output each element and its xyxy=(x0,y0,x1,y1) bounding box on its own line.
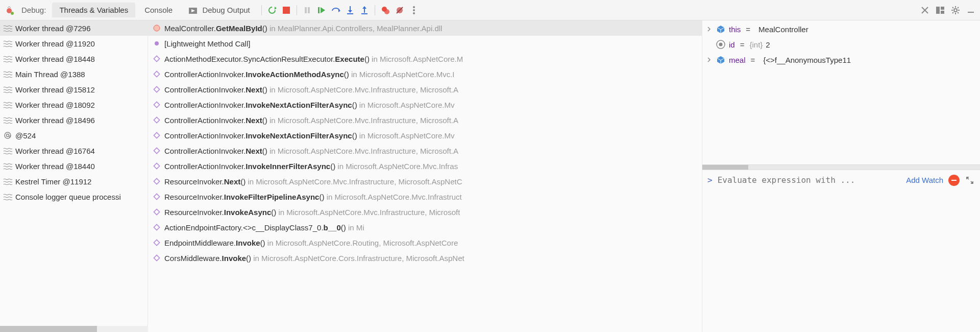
scrollbar-thumb[interactable] xyxy=(702,165,748,170)
thread-row[interactable]: Worker thread @15812 xyxy=(0,82,148,97)
thread-label: Worker thread @16764 xyxy=(15,147,95,155)
thread-label: Worker thread @18440 xyxy=(15,162,95,171)
stack-frame-row[interactable]: ControllerActionInvoker.InvokeNextAction… xyxy=(148,97,702,112)
thread-icon xyxy=(3,146,12,155)
frame-text: ResourceInvoker.InvokeFilterPipelineAsyn… xyxy=(164,193,462,201)
frame-icon xyxy=(153,70,160,78)
vars-scrollbar[interactable] xyxy=(702,164,980,170)
close-icon[interactable] xyxy=(919,4,931,16)
tab-debug-output[interactable]: Debug Output xyxy=(182,3,257,17)
thread-row[interactable]: @524 xyxy=(0,128,148,143)
svg-point-18 xyxy=(384,9,389,14)
thread-row[interactable]: Worker thread @11920 xyxy=(0,36,148,51)
stack-frame-row[interactable]: ResourceInvoker.InvokeAsync() in Microso… xyxy=(148,204,702,220)
chevron-right-icon[interactable] xyxy=(705,26,713,33)
frame-text: ActionEndpointFactory.<>c__DisplayClass7… xyxy=(164,223,364,232)
stack-frame-row[interactable]: ControllerActionInvoker.InvokeInnerFilte… xyxy=(148,158,702,174)
view-breakpoints-icon[interactable] xyxy=(379,4,391,16)
svg-line-35 xyxy=(958,12,959,13)
svg-rect-7 xyxy=(308,7,310,13)
stack-frame-row[interactable]: ControllerActionInvoker.Next() in Micros… xyxy=(148,82,702,97)
svg-line-34 xyxy=(952,7,953,8)
svg-rect-47 xyxy=(154,117,159,123)
svg-rect-56 xyxy=(154,255,159,260)
variables-list[interactable]: this = MealControllerid = {int} 2meal = … xyxy=(702,20,980,164)
scrollbar-thumb[interactable] xyxy=(0,326,97,332)
frames-panel[interactable]: MealController.GetMealById() in MealPlan… xyxy=(148,20,702,332)
step-out-icon[interactable] xyxy=(358,4,371,16)
expand-watch-icon[interactable] xyxy=(965,175,975,185)
stack-frame-row[interactable]: ControllerActionInvoker.InvokeNextAction… xyxy=(148,128,702,143)
frame-icon xyxy=(153,40,160,47)
frame-text: ControllerActionInvoker.InvokeInnerFilte… xyxy=(164,162,458,171)
stack-frame-row[interactable]: EndpointMiddleware.Invoke() in Microsoft… xyxy=(148,235,702,250)
separator xyxy=(261,5,262,15)
add-watch-link[interactable]: Add Watch xyxy=(906,176,943,184)
stack-frame-row[interactable]: ActionMethodExecutor.SyncActionResultExe… xyxy=(148,51,702,66)
stack-frame-row[interactable]: [Lightweight Method Call] xyxy=(148,36,702,51)
thread-icon xyxy=(3,69,12,79)
step-into-icon[interactable] xyxy=(344,4,356,16)
frame-text: EndpointMiddleware.Invoke() in Microsoft… xyxy=(164,239,458,247)
threads-scrollbar[interactable] xyxy=(0,326,148,332)
mute-breakpoints-icon[interactable] xyxy=(394,4,406,16)
thread-label: Console logger queue processi xyxy=(15,193,121,201)
frame-icon xyxy=(153,162,160,170)
debug-label: Debug: xyxy=(17,6,50,14)
settings-icon[interactable] xyxy=(949,4,962,16)
thread-icon xyxy=(3,115,12,125)
variable-row[interactable]: meal = {<>f__AnonymousType11 xyxy=(702,52,980,67)
frame-text: ResourceInvoker.InvokeAsync() in Microso… xyxy=(164,208,460,217)
svg-point-22 xyxy=(413,9,415,11)
evaluate-expression-input[interactable] xyxy=(718,175,901,185)
thread-row[interactable]: Main Thread @1388 xyxy=(0,66,148,82)
variable-value: 2 xyxy=(766,40,770,49)
variable-row[interactable]: id = {int} 2 xyxy=(702,37,980,52)
svg-rect-50 xyxy=(154,163,159,169)
svg-rect-44 xyxy=(154,71,159,77)
frame-icon xyxy=(153,86,160,93)
stack-frame-row[interactable]: ResourceInvoker.InvokeFilterPipelineAsyn… xyxy=(148,189,702,204)
thread-row[interactable]: Worker thread @16764 xyxy=(0,143,148,158)
more-icon[interactable] xyxy=(408,4,420,16)
stop-icon[interactable] xyxy=(280,4,292,16)
svg-rect-53 xyxy=(154,209,159,215)
thread-row[interactable]: Worker thread @18448 xyxy=(0,51,148,66)
thread-row[interactable]: Kestrel Timer @11912 xyxy=(0,174,148,189)
threads-panel[interactable]: Worker thread @7296Worker thread @11920W… xyxy=(0,20,148,332)
svg-rect-27 xyxy=(941,7,944,10)
thread-icon xyxy=(3,161,12,171)
variable-row[interactable]: this = MealController xyxy=(702,21,980,37)
thread-row[interactable]: Worker thread @18440 xyxy=(0,158,148,174)
stack-frame-row[interactable]: CorsMiddleware.Invoke() in Microsoft.Asp… xyxy=(148,250,702,266)
variable-value: {<>f__AnonymousType11 xyxy=(763,56,851,64)
step-over-icon[interactable] xyxy=(330,4,342,16)
tab-console[interactable]: Console xyxy=(137,3,180,17)
thread-row[interactable]: Worker thread @7296 xyxy=(0,20,148,36)
thread-icon xyxy=(3,54,12,63)
chevron-right-icon[interactable] xyxy=(705,56,713,63)
stack-frame-row[interactable]: ResourceInvoker.Next() in Microsoft.AspN… xyxy=(148,174,702,189)
rerun-icon[interactable] xyxy=(266,4,278,16)
debug-bug-icon[interactable] xyxy=(3,4,15,16)
stack-frame-row[interactable]: MealController.GetMealById() in MealPlan… xyxy=(148,20,702,36)
thread-row[interactable]: Worker thread @18092 xyxy=(0,97,148,112)
toolbar-left: Debug: Threads & Variables Console Debug… xyxy=(3,3,420,17)
frame-icon xyxy=(153,25,160,32)
pin-watch-icon[interactable] xyxy=(948,175,960,186)
thread-row[interactable]: Console logger queue processi xyxy=(0,189,148,204)
stack-frame-row[interactable]: ControllerActionInvoker.InvokeActionMeth… xyxy=(148,66,702,82)
tab-threads-variables[interactable]: Threads & Variables xyxy=(52,3,135,17)
stack-frame-row[interactable]: ControllerActionInvoker.Next() in Micros… xyxy=(148,112,702,128)
resume-icon[interactable] xyxy=(315,4,328,16)
thread-row[interactable]: Worker thread @18496 xyxy=(0,112,148,128)
svg-rect-38 xyxy=(968,12,974,13)
frame-text: ControllerActionInvoker.Next() in Micros… xyxy=(164,147,458,155)
svg-marker-9 xyxy=(321,7,325,13)
frame-icon xyxy=(153,147,160,154)
stack-frame-row[interactable]: ControllerActionInvoker.Next() in Micros… xyxy=(148,143,702,158)
separator xyxy=(375,5,375,15)
stack-frame-row[interactable]: ActionEndpointFactory.<>c__DisplayClass7… xyxy=(148,220,702,235)
layout-icon[interactable] xyxy=(934,4,946,16)
minimize-icon[interactable] xyxy=(965,4,977,16)
